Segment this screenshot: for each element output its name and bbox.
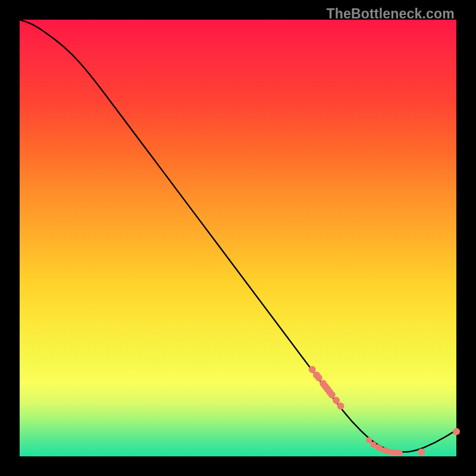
- marker-point: [453, 428, 460, 435]
- marker-point: [315, 374, 322, 381]
- chart-container: TheBottleneck.com: [0, 0, 476, 476]
- marker-point: [333, 397, 340, 404]
- plot-area: [20, 20, 456, 456]
- bottleneck-curve: [20, 20, 456, 452]
- marker-points-group: [309, 366, 460, 456]
- marker-point: [309, 366, 316, 373]
- marker-point: [337, 403, 344, 410]
- marker-point: [366, 437, 372, 443]
- marker-point: [328, 392, 336, 399]
- chart-svg: [20, 20, 456, 456]
- watermark-text: TheBottleneck.com: [326, 6, 455, 22]
- marker-point: [397, 450, 403, 456]
- marker-point: [418, 449, 425, 456]
